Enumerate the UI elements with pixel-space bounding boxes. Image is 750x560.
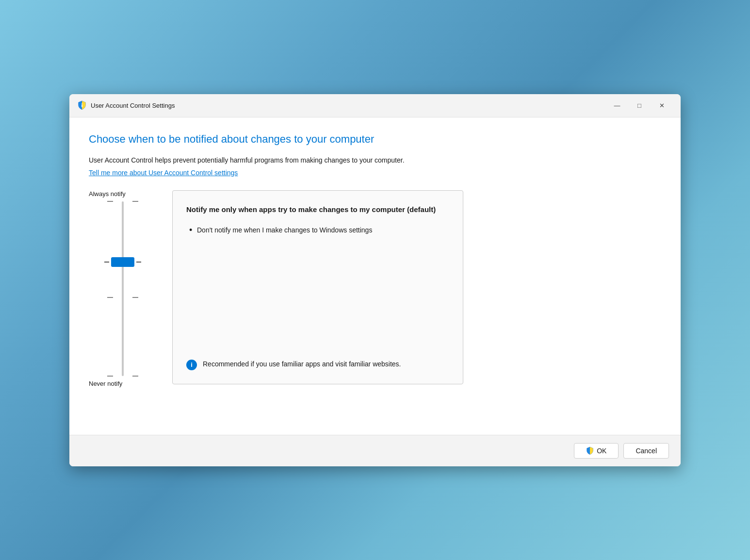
uac-shield-icon [77,100,87,110]
uac-slider: Always notify [89,190,157,387]
info-circle-icon: i [186,360,197,370]
svg-rect-1 [82,105,82,107]
learn-more-link[interactable]: Tell me more about User Account Control … [89,169,238,177]
slider-section: Always notify [89,190,661,423]
info-bullets: Don't notify me when I make changes to W… [186,225,449,235]
tick-right-top [132,201,138,202]
window-title: User Account Control Settings [91,102,606,109]
description-text: User Account Control helps prevent poten… [89,155,661,165]
title-bar: User Account Control Settings — □ ✕ [69,94,681,117]
slider-label-top: Always notify [89,190,126,198]
thumb-tick-left [104,262,109,263]
window-controls: — □ ✕ [606,98,673,113]
slider-thumb[interactable] [111,257,134,267]
tick-right-mid [132,297,138,298]
ok-shield-icon [586,446,594,455]
tick-right-bot [132,376,138,377]
tick-left-bot [107,376,113,377]
cancel-button[interactable]: Cancel [623,443,669,459]
thumb-tick-right [136,262,141,263]
footer: OK Cancel [69,435,681,466]
info-panel-top: Notify me only when apps try to make cha… [186,204,449,349]
page-title: Choose when to be notified about changes… [89,133,661,146]
ok-button[interactable]: OK [574,443,619,459]
maximize-button[interactable]: □ [628,98,651,113]
ok-label: OK [597,447,606,455]
svg-rect-0 [82,103,82,104]
minimize-button[interactable]: — [606,98,628,113]
info-bullet-item: Don't notify me when I make changes to W… [186,225,449,235]
info-panel-title: Notify me only when apps try to make cha… [186,204,449,215]
main-window: User Account Control Settings — □ ✕ Choo… [69,94,681,466]
tick-left-mid [107,297,113,298]
close-button[interactable]: ✕ [651,98,673,113]
recommendation-text: Recommended if you use familiar apps and… [203,359,401,369]
slider-track [122,201,124,376]
slider-label-bottom: Never notify [89,380,122,387]
slider-track-wrapper[interactable] [103,201,142,376]
content-area: Choose when to be notified about changes… [69,117,681,435]
info-panel: Notify me only when apps try to make cha… [172,190,463,384]
info-recommendation: i Recommended if you use familiar apps a… [186,349,449,370]
tick-left-top [107,201,113,202]
